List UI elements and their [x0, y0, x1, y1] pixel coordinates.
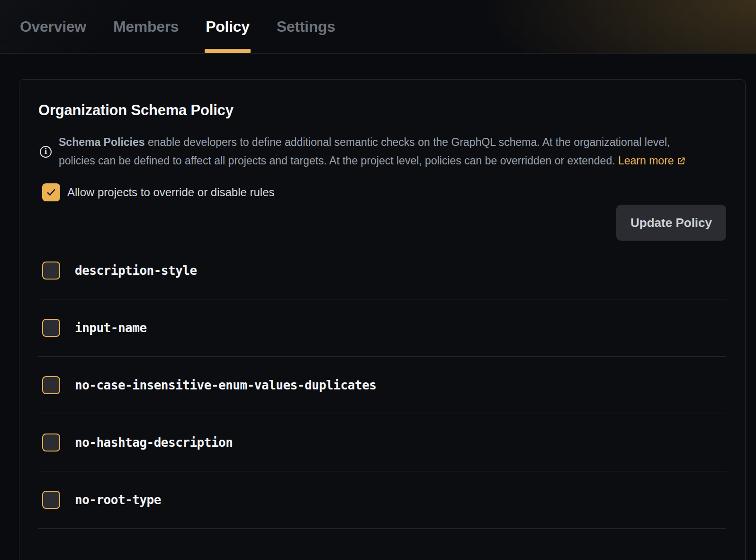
rule-row-no-case-insensitive-enum-values-duplicates[interactable]: no-case-insensitive-enum-values-duplicat…: [38, 357, 726, 414]
rule-row-input-name[interactable]: input-name: [38, 299, 726, 357]
tab-label: Policy: [206, 18, 249, 36]
allow-override-checkbox[interactable]: [42, 183, 60, 201]
rule-name: no-case-insensitive-enum-values-duplicat…: [75, 378, 376, 392]
rule-checkbox[interactable]: [42, 376, 60, 394]
rule-checkbox[interactable]: [42, 319, 60, 337]
tab-label: Overview: [20, 18, 86, 36]
tab-label: Members: [113, 18, 179, 36]
info-bold-text: Schema Policies: [59, 136, 145, 148]
external-link-icon: [677, 156, 686, 165]
tab-settings[interactable]: Settings: [277, 0, 335, 54]
rule-name: no-hashtag-description: [75, 435, 233, 450]
rule-row-no-hashtag-description[interactable]: no-hashtag-description: [38, 414, 726, 471]
tab-bar: OverviewMembersPolicySettings: [0, 0, 756, 54]
rules-list: description-style input-name no-case-ins…: [38, 242, 726, 529]
rule-name: input-name: [75, 321, 147, 335]
check-icon: [45, 187, 57, 198]
tab-label: Settings: [277, 18, 335, 36]
rule-checkbox[interactable]: [42, 434, 60, 452]
main-content: Organization Schema Policy i Schema Poli…: [0, 54, 756, 560]
tab-overview[interactable]: Overview: [20, 0, 86, 54]
button-row: Update Policy: [38, 205, 726, 241]
update-policy-button[interactable]: Update Policy: [616, 205, 726, 241]
policy-card: Organization Schema Policy i Schema Poli…: [19, 79, 746, 560]
info-text: Schema Policies enable developers to def…: [59, 133, 693, 170]
rule-checkbox[interactable]: [42, 491, 60, 509]
rule-checkbox[interactable]: [42, 262, 60, 280]
info-body-text: enable developers to define additional s…: [59, 136, 670, 167]
allow-override-row[interactable]: Allow projects to override or disable ru…: [42, 183, 726, 201]
page-title: Organization Schema Policy: [38, 102, 726, 119]
info-note: i Schema Policies enable developers to d…: [38, 133, 726, 170]
allow-override-label: Allow projects to override or disable ru…: [67, 186, 275, 199]
rule-row-no-root-type[interactable]: no-root-type: [38, 471, 726, 529]
rule-name: description-style: [75, 263, 197, 278]
learn-more-link[interactable]: Learn more: [618, 154, 686, 167]
tab-policy[interactable]: Policy: [206, 0, 249, 54]
tab-members[interactable]: Members: [113, 0, 179, 54]
rule-row-description-style[interactable]: description-style: [38, 242, 726, 299]
rule-name: no-root-type: [75, 493, 161, 507]
info-circle-icon: i: [40, 146, 52, 158]
